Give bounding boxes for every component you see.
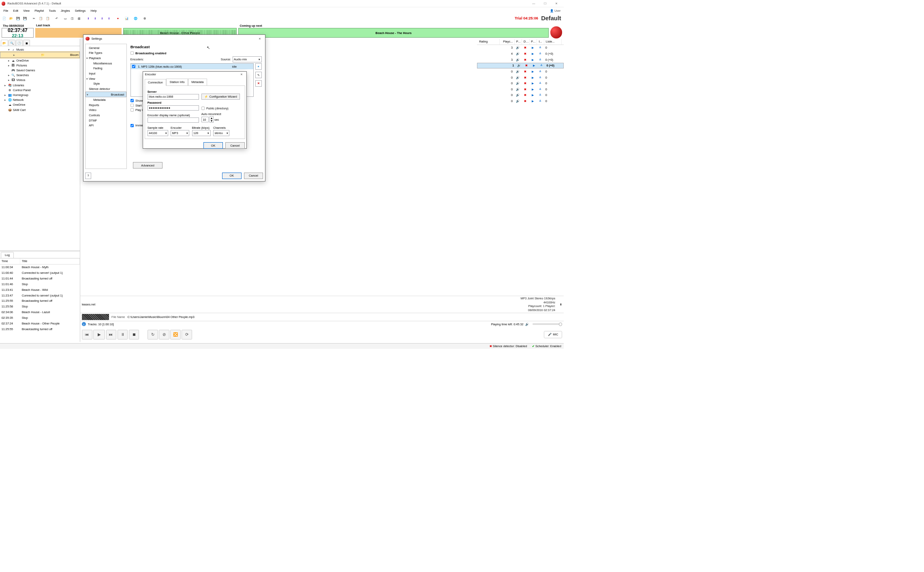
folder-tree[interactable]: ▾♪Music▸📁Bloom▸☁OneDrive▸🖼Pictures🎮Saved… xyxy=(0,46,80,251)
tree-item[interactable]: ▸🔍Searches xyxy=(0,73,80,78)
encoder-select[interactable]: MP3▾ xyxy=(171,130,189,136)
settings-tree-item[interactable]: File Types xyxy=(86,50,127,55)
ph-p2[interactable]: D... xyxy=(522,39,529,45)
delete-icon[interactable]: ✖ xyxy=(522,99,529,103)
eq-icon[interactable]: ≚ xyxy=(537,69,544,74)
playlist-row[interactable]: 3 🔊 ✖ ▶ ≚ 0 xyxy=(477,45,564,51)
ph-playcount[interactable]: Playc... xyxy=(500,39,515,45)
play-icon[interactable]: ▶ xyxy=(529,69,536,74)
delete-icon[interactable]: ✖ xyxy=(522,69,529,74)
tree-item[interactable]: ▾♪Music xyxy=(0,47,80,52)
delete-icon[interactable]: ✖ xyxy=(522,57,529,62)
no-button[interactable]: ⊘ xyxy=(159,330,169,339)
settings-tree-item[interactable]: Miscellaneous xyxy=(86,61,127,66)
display-name-input[interactable] xyxy=(148,117,199,123)
delete-icon[interactable]: ✖ xyxy=(522,75,529,79)
download-icon[interactable]: ⬇ xyxy=(560,303,562,306)
chk-show-box[interactable] xyxy=(130,99,134,102)
delete-icon[interactable]: ✖ xyxy=(522,45,529,50)
play-icon[interactable]: ▶ xyxy=(529,45,536,50)
chk-public[interactable]: Public (directory) xyxy=(201,107,229,110)
tb-paste[interactable]: 📋 xyxy=(45,15,51,21)
play-icon[interactable]: ▶ xyxy=(530,63,537,68)
encoder-row-checkbox[interactable] xyxy=(132,65,135,68)
tree-item[interactable]: ⚙Control Panel xyxy=(0,88,80,92)
log-header-title[interactable]: Title xyxy=(20,258,80,264)
user-menu[interactable]: 👤 User xyxy=(550,9,563,13)
play-icon[interactable]: ▶ xyxy=(529,75,536,79)
log-row[interactable]: 11:23:41Beach House - Wild xyxy=(0,287,80,292)
menu-settings[interactable]: Settings xyxy=(73,8,88,14)
source-select[interactable]: Audio mix ▾ xyxy=(233,56,262,62)
volume-icon[interactable]: 🔊 xyxy=(525,322,529,326)
next-button[interactable]: ⏭ xyxy=(106,330,117,339)
settings-tree-item[interactable]: API xyxy=(86,123,127,128)
log-row[interactable]: 11:23:47Connected to server! (output 1) xyxy=(0,292,80,298)
chk-public-box[interactable] xyxy=(201,107,205,110)
shuffle-button[interactable]: 🔀 xyxy=(170,330,181,339)
tree-item[interactable]: ▸📁Bloom xyxy=(0,52,80,58)
volume-icon[interactable]: 🔊 xyxy=(514,99,522,103)
settings-tree-item[interactable]: Fading xyxy=(86,66,127,71)
playlist-row[interactable]: 0 🔊 ✖ ▶ ≚ 0 xyxy=(477,68,564,75)
eq-icon[interactable]: ≚ xyxy=(538,63,545,68)
settings-titlebar[interactable]: Settings ✕ xyxy=(83,35,265,42)
log-row[interactable]: 11:00:34Beach House - Myth xyxy=(0,265,80,270)
volume-icon[interactable]: 🔊 xyxy=(514,69,522,74)
eq-icon[interactable]: ≚ xyxy=(537,81,544,85)
encoder-titlebar[interactable]: Encoder ✕ xyxy=(143,72,246,77)
playlist-row[interactable]: 0 🔊 ✖ ▶ ≚ 0 xyxy=(477,98,564,104)
volume-icon[interactable]: 🔊 xyxy=(514,87,522,92)
tree-item[interactable]: 🎮Saved Games xyxy=(0,68,80,73)
tree-item[interactable]: ▸🌐Network xyxy=(0,98,80,102)
delete-icon[interactable]: ✖ xyxy=(522,87,529,92)
log-row[interactable]: 11:25:58Stop xyxy=(0,304,80,309)
playlist-row[interactable]: 1 🔊 ✖ ▶ ≚ 0 (+0) xyxy=(477,63,564,69)
tb-sched4[interactable]: ⬇ xyxy=(106,15,112,21)
log-header-time[interactable]: Time xyxy=(0,258,20,264)
playlist-row[interactable]: 0 🔊 ✖ ▶ ≚ 0 xyxy=(477,92,564,98)
config-wizard-button[interactable]: ⚡Configuration Wizard xyxy=(201,94,240,100)
settings-cancel-button[interactable]: Cancel xyxy=(244,173,263,179)
log-row[interactable]: 11:25:55Broadcasting turned off xyxy=(0,326,80,332)
volume-icon[interactable]: 🔊 xyxy=(514,93,522,97)
playlist-row[interactable]: 0 🔊 ✖ ▶ ≚ 0 xyxy=(477,80,564,86)
prev-button[interactable]: ⏮ xyxy=(82,330,92,339)
volume-icon[interactable]: 🔊 xyxy=(514,57,522,62)
tab-connection[interactable]: Connection xyxy=(145,79,167,86)
ph-p1[interactable]: P... xyxy=(515,39,522,45)
eq-icon[interactable]: ≚ xyxy=(537,93,544,97)
spinner-buttons[interactable]: ▲▼ xyxy=(210,116,213,123)
maximize-button[interactable]: ☐ xyxy=(539,0,551,7)
tb-open[interactable]: 📂 xyxy=(8,15,15,21)
settings-tree-item[interactable]: Video xyxy=(86,108,127,113)
settings-tree-item[interactable]: Input xyxy=(86,71,127,76)
tb-saveall[interactable]: 💾 xyxy=(22,15,28,21)
tb-pane2[interactable]: ◫ xyxy=(69,15,76,21)
tree-item[interactable]: ▸👥Homegroup xyxy=(0,92,80,97)
delete-icon[interactable]: ✖ xyxy=(522,51,529,56)
tb-sched1[interactable]: ⬇ xyxy=(85,15,92,21)
settings-ok-button[interactable]: OK xyxy=(222,173,242,179)
tab-station-info[interactable]: Station Info xyxy=(166,79,188,85)
playlist-row[interactable]: 0 🔊 ✖ ▶ ≚ 0 xyxy=(477,75,564,81)
encoder-add-button[interactable]: + xyxy=(255,63,262,70)
encoder-cancel-button[interactable]: Cancel xyxy=(225,142,245,149)
chk-play-box[interactable] xyxy=(130,108,134,112)
encoder-close-icon[interactable]: ✕ xyxy=(238,72,245,77)
ph-listeners[interactable]: Liste... xyxy=(544,39,562,45)
settings-tree-item[interactable]: ▾Broadcast xyxy=(86,92,127,98)
password-input[interactable] xyxy=(148,105,199,111)
settings-tree-item[interactable]: Reports xyxy=(86,102,127,108)
log-row[interactable]: 11:01:44Broadcasting turned off xyxy=(0,275,80,281)
playlist-row[interactable]: 0 🔊 ✖ ▶ ≚ 0 xyxy=(477,86,564,92)
play-icon[interactable]: ▶ xyxy=(529,51,536,56)
eq-icon[interactable]: ≚ xyxy=(537,87,544,92)
tree-item[interactable]: ▸🎞Videos xyxy=(0,78,80,83)
chk-imme-box[interactable] xyxy=(130,124,134,128)
settings-tree-item[interactable]: Metadata xyxy=(86,97,127,102)
log-row[interactable]: 11:25:55Broadcasting turned off xyxy=(0,298,80,304)
ph-p3[interactable]: P... xyxy=(530,39,537,45)
tab-log[interactable]: Log xyxy=(1,252,13,258)
tb-stats[interactable]: 📊 xyxy=(124,15,130,21)
